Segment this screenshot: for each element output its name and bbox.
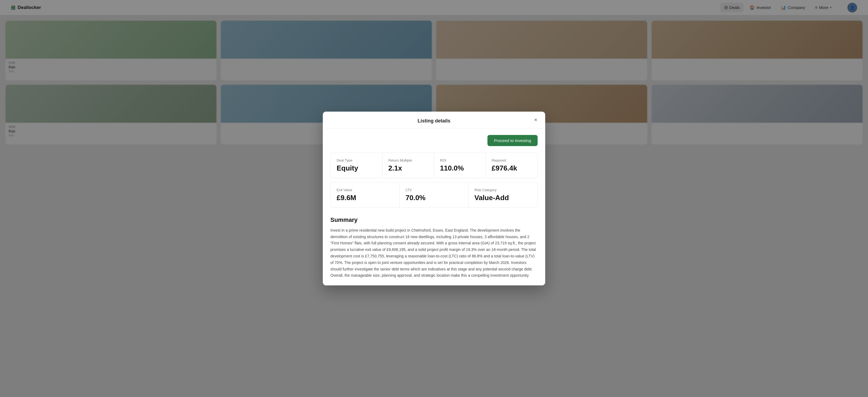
summary-text: Invest in a prime residential new build … <box>330 227 538 279</box>
stats-grid-row2: Exit Value £9.6M LTV 70.0% Risk Category… <box>330 182 538 208</box>
stat-deal-type: Deal Type Equity <box>331 153 382 178</box>
stat-roi-value: 110.0% <box>440 164 479 172</box>
stat-required-value: £976.4k <box>492 164 532 172</box>
summary-section: Summary Invest in a prime residential ne… <box>330 217 538 279</box>
stat-return-multiple: Return Multiple 2.1x <box>382 153 434 178</box>
modal-body: Proceed to Investing Deal Type Equity Re… <box>323 129 545 285</box>
stat-deal-type-value: Equity <box>337 164 376 172</box>
modal-title: Listing details <box>417 118 450 123</box>
stat-risk-category-value: Value-Add <box>474 194 531 202</box>
stats-grid-row1: Deal Type Equity Return Multiple 2.1x RO… <box>330 152 538 178</box>
close-icon: × <box>534 117 537 123</box>
modal-header: Listing details × <box>323 112 545 129</box>
stat-roi: ROI 110.0% <box>434 153 486 178</box>
modal-overlay[interactable]: Listing details × Proceed to Investing D… <box>0 0 868 397</box>
stat-risk-category-label: Risk Category <box>474 188 531 192</box>
proceed-to-investing-button[interactable]: Proceed to Investing <box>488 135 538 146</box>
modal-close-button[interactable]: × <box>532 116 540 124</box>
proceed-btn-row: Proceed to Investing <box>330 135 538 146</box>
summary-title: Summary <box>330 217 538 224</box>
listing-details-modal: Listing details × Proceed to Investing D… <box>323 112 545 285</box>
stat-return-multiple-value: 2.1x <box>389 164 428 172</box>
stat-roi-label: ROI <box>440 158 479 162</box>
stat-exit-value: Exit Value £9.6M <box>331 182 400 207</box>
stat-required-label: Required <box>492 158 532 162</box>
stat-exit-value-value: £9.6M <box>337 194 393 202</box>
stat-required: Required £976.4k <box>486 153 538 178</box>
stat-ltv-label: LTV <box>405 188 462 192</box>
stat-risk-category: Risk Category Value-Add <box>468 182 537 207</box>
stat-ltv-value: 70.0% <box>405 194 462 202</box>
stat-exit-value-label: Exit Value <box>337 188 393 192</box>
stat-ltv: LTV 70.0% <box>400 182 468 207</box>
stat-deal-type-label: Deal Type <box>337 158 376 162</box>
stat-return-multiple-label: Return Multiple <box>389 158 428 162</box>
